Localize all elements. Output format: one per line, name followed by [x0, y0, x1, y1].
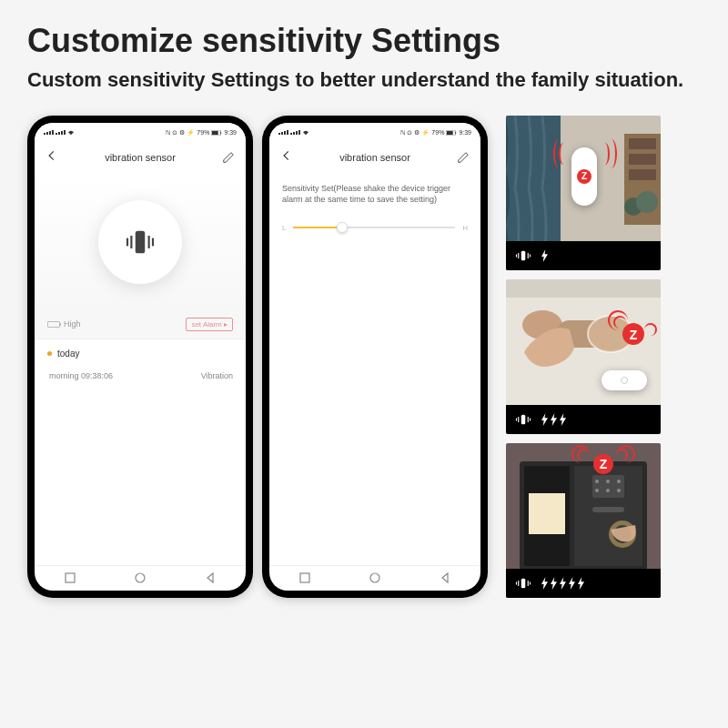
edit-icon[interactable] [222, 151, 235, 164]
svg-point-49 [617, 480, 621, 483]
app-bar: vibration sensor [35, 141, 246, 174]
svg-rect-8 [66, 573, 75, 582]
phone-mockup-main: ℕ ⊙ ⚙ ⚡ 79% 9:39 vibration sensor [27, 116, 253, 598]
svg-point-9 [136, 573, 145, 582]
svg-point-52 [617, 489, 621, 492]
svg-point-47 [595, 480, 599, 483]
battery-icon [47, 321, 60, 328]
nav-home-icon[interactable] [134, 571, 147, 584]
nav-recent-icon[interactable] [298, 571, 311, 584]
log-date-header: today [47, 349, 233, 359]
status-bar: ℕ ⊙ ⚙ ⚡ 79% 9:39 [35, 123, 246, 141]
sensitivity-instruction: Sensitivity Set(Please shake the device … [282, 183, 468, 206]
nav-back-icon[interactable] [204, 571, 217, 584]
vibrate-icon [515, 575, 531, 592]
log-timestamp: morning 09:38:06 [49, 371, 113, 380]
scenario-safe: Z [506, 443, 661, 598]
svg-point-22 [636, 191, 658, 213]
log-event-type: Vibration [201, 371, 233, 380]
svg-point-50 [595, 489, 599, 492]
svg-rect-44 [529, 493, 565, 534]
android-nav-bar [35, 565, 246, 591]
svg-rect-20 [629, 169, 656, 180]
svg-point-51 [606, 489, 610, 492]
intensity-bolts [541, 249, 549, 262]
log-entry: morning 09:38:06 Vibration [47, 371, 233, 380]
nav-recent-icon[interactable] [64, 571, 76, 584]
sensitivity-slider[interactable]: L H [282, 224, 468, 232]
wifi-icon [67, 130, 75, 136]
svg-text:Z: Z [630, 328, 638, 342]
set-alarm-button[interactable]: set Alarm ▸ [186, 318, 233, 331]
edit-icon[interactable] [457, 151, 470, 164]
svg-rect-53 [592, 507, 624, 512]
svg-rect-12 [456, 131, 457, 134]
vibration-icon [121, 223, 159, 261]
vibrate-icon [515, 248, 531, 264]
slider-high-label: H [462, 224, 468, 232]
back-icon[interactable] [46, 147, 58, 167]
scenario-window: Z [506, 116, 661, 270]
svg-rect-36 [521, 414, 526, 424]
app-bar: vibration sensor [269, 141, 480, 174]
slider-low-label: L [282, 224, 286, 232]
svg-rect-56 [521, 578, 526, 588]
back-icon[interactable] [280, 147, 293, 167]
page-title: Customize sensitivity Settings [0, 0, 728, 67]
slider-thumb[interactable] [337, 222, 348, 233]
status-bar: ℕ ⊙ ⚙ ⚡ 79% 9:39 [269, 123, 480, 141]
scenario-door: Z [506, 279, 661, 434]
svg-rect-1 [212, 130, 218, 134]
svg-rect-46 [592, 475, 624, 498]
sensor-device [602, 370, 647, 390]
zigbee-badge-icon: Z [577, 169, 592, 184]
screen-title: vibration sensor [105, 152, 176, 163]
scenario-column: Z [506, 116, 661, 598]
svg-rect-3 [136, 230, 146, 253]
intensity-bolts [541, 577, 585, 590]
svg-rect-23 [521, 250, 526, 260]
svg-rect-29 [506, 279, 661, 298]
sensor-device: Z [571, 147, 597, 206]
intensity-bolts [541, 413, 567, 426]
svg-rect-18 [629, 138, 656, 149]
svg-rect-11 [447, 130, 453, 134]
svg-rect-2 [221, 131, 222, 134]
vibration-indicator [98, 200, 182, 284]
svg-rect-13 [300, 573, 309, 582]
battery-level: High [47, 319, 81, 329]
zigbee-badge-icon: Z [593, 454, 613, 474]
page-subtitle: Custom sensitivity Settings to better un… [0, 67, 728, 116]
svg-point-14 [370, 573, 379, 582]
android-nav-bar [269, 565, 480, 591]
nav-back-icon[interactable] [439, 571, 451, 584]
phone-mockup-settings: ℕ ⊙ ⚙ ⚡ 79% 9:39 vibration sensor Sensit… [262, 116, 488, 598]
vibrate-icon [515, 411, 531, 428]
svg-point-48 [606, 480, 610, 483]
svg-rect-19 [629, 154, 656, 165]
event-log: today morning 09:38:06 Vibration [35, 339, 246, 565]
nav-home-icon[interactable] [369, 571, 381, 584]
screen-title: vibration sensor [339, 152, 410, 163]
